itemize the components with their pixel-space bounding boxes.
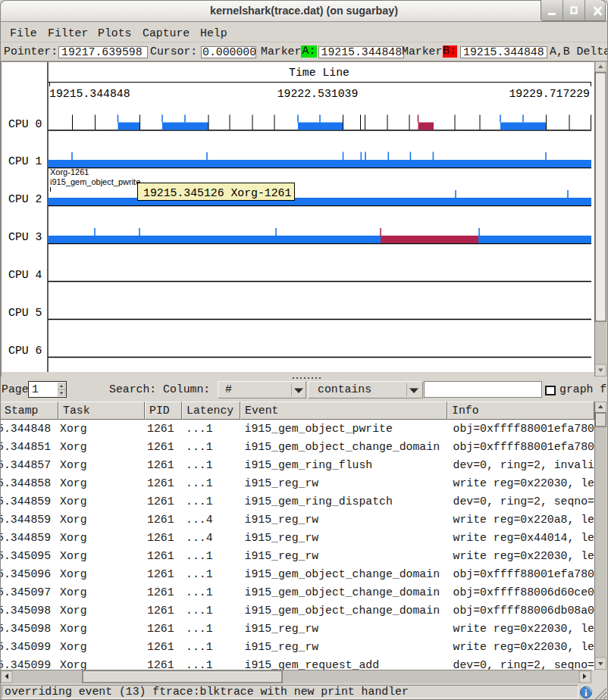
- svg-text:CPU 2: CPU 2: [8, 193, 42, 205]
- svg-text:19229.717229: 19229.717229: [509, 88, 590, 100]
- svg-text:CPU 3: CPU 3: [8, 231, 42, 243]
- svg-text:Xorg-1261: Xorg-1261: [50, 167, 89, 177]
- svg-text:CPU 0: CPU 0: [8, 118, 42, 130]
- svg-text:CPU 5: CPU 5: [8, 307, 42, 319]
- svg-text:19215.345126 Xorg-1261: 19215.345126 Xorg-1261: [143, 187, 291, 199]
- svg-text:i915_gem_object_pwrite: i915_gem_object_pwrite: [50, 177, 140, 186]
- svg-text:CPU 6: CPU 6: [8, 345, 42, 357]
- svg-text:CPU 1: CPU 1: [8, 155, 42, 167]
- svg-text:CPU 4: CPU 4: [8, 269, 42, 281]
- svg-text:19222.531039: 19222.531039: [277, 88, 359, 100]
- svg-text:Time Line: Time Line: [289, 67, 349, 79]
- svg-text:19215.344848: 19215.344848: [49, 88, 130, 100]
